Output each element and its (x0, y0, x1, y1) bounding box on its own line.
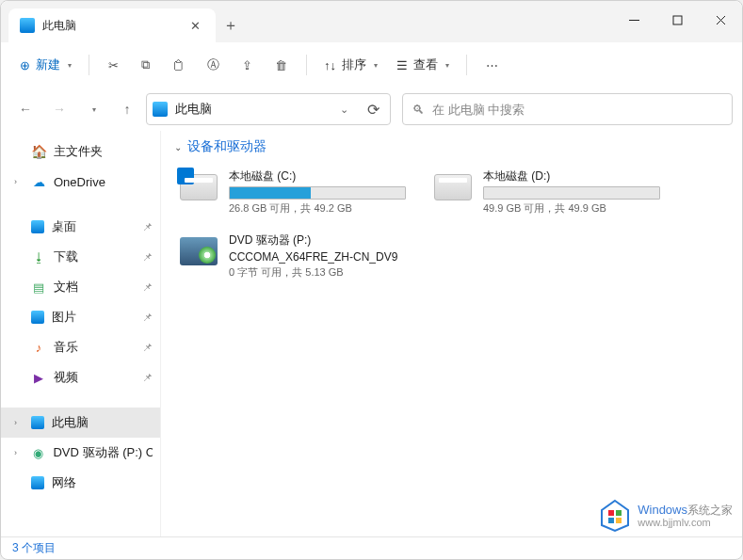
drive-info: DVD 驱动器 (P:) CCCOMA_X64FRE_ZH-CN_DV9 0 字… (229, 232, 406, 280)
drive-p-dvd[interactable]: DVD 驱动器 (P:) CCCOMA_X64FRE_ZH-CN_DV9 0 字… (174, 229, 410, 283)
svg-rect-6 (616, 510, 622, 516)
chevron-down-icon: ▾ (445, 61, 449, 70)
sort-button[interactable]: ↑↓ 排序 ▾ (316, 50, 385, 80)
expand-icon[interactable]: › (14, 448, 24, 457)
thispc-icon (153, 102, 168, 117)
drive-name: 本地磁盘 (D:) (483, 168, 660, 184)
back-button[interactable]: ← (10, 94, 40, 124)
dvd-icon: ◉ (31, 445, 46, 460)
sidebar-item-dvd[interactable]: › ◉ DVD 驱动器 (P:) C (1, 438, 160, 468)
group-devices-header[interactable]: ⌄ 设备和驱动器 (174, 138, 729, 155)
spacer (1, 197, 160, 212)
new-tab-button[interactable]: ＋ (216, 8, 246, 42)
drive-name: 本地磁盘 (C:) (229, 168, 406, 184)
up-button[interactable]: ↑ (112, 94, 142, 124)
expand-icon[interactable]: › (14, 177, 24, 186)
spacer (1, 392, 160, 408)
sidebar-item-music[interactable]: ♪ 音乐 📌︎ (1, 332, 160, 362)
divider (89, 55, 89, 75)
drive-d[interactable]: 本地磁盘 (D:) 49.9 GB 可用，共 49.9 GB (428, 165, 664, 219)
drive-stat: 0 字节 可用，共 5.13 GB (229, 265, 406, 280)
watermark: Windows系统之家 www.bjjmlv.com (598, 499, 733, 533)
recent-dropdown[interactable]: ▾ (78, 94, 108, 124)
videos-icon: ▶ (31, 370, 46, 385)
music-icon: ♪ (31, 340, 46, 355)
maximize-button[interactable] (655, 1, 699, 39)
drive-usage-bar (483, 186, 660, 200)
thispc-icon (31, 416, 44, 429)
rename-icon: Ⓐ (207, 56, 219, 73)
sidebar-item-label: 此电脑 (52, 414, 89, 431)
command-bar: ⊕ 新建 ▾ ✂ ⧉ 📋︎ Ⓐ ⇪ 🗑︎ ↑↓ 排序 ▾ ☰ 查看 ▾ ⋯ (1, 42, 742, 88)
refresh-button[interactable]: ⟳ (362, 98, 384, 120)
address-dropdown[interactable]: ⌄ (334, 104, 354, 116)
close-tab-button[interactable]: ✕ (186, 17, 204, 35)
status-item-count: 3 个项目 (12, 540, 56, 556)
sidebar-item-desktop[interactable]: 桌面 📌︎ (1, 212, 160, 242)
sidebar-item-thispc[interactable]: › 此电脑 (1, 408, 160, 438)
sidebar-item-downloads[interactable]: ⭳ 下载 📌︎ (1, 242, 160, 272)
sidebar-item-label: 图片 (52, 309, 76, 326)
navigation-pane: 🏠 主文件夹 › ☁ OneDrive 桌面 📌︎ ⭳ 下载 📌︎ (1, 131, 161, 536)
delete-icon: 🗑︎ (275, 58, 287, 72)
more-button[interactable]: ⋯ (476, 50, 508, 80)
more-icon: ⋯ (486, 58, 498, 72)
copy-icon: ⧉ (141, 57, 150, 72)
pictures-icon (31, 311, 44, 324)
sidebar-item-label: 桌面 (52, 218, 76, 235)
drive-info: 本地磁盘 (D:) 49.9 GB 可用，共 49.9 GB (483, 168, 660, 216)
watermark-text: Windows系统之家 www.bjjmlv.com (638, 504, 733, 528)
drive-usage-fill (230, 187, 311, 199)
svg-marker-4 (602, 501, 628, 531)
view-icon: ☰ (396, 58, 408, 72)
paste-button[interactable]: 📋︎ (163, 50, 194, 80)
cut-button[interactable]: ✂ (99, 50, 128, 80)
sidebar-item-home[interactable]: 🏠 主文件夹 (1, 136, 160, 167)
drive-info: 本地磁盘 (C:) 26.8 GB 可用，共 49.2 GB (229, 168, 406, 216)
forward-button[interactable]: → (44, 94, 74, 124)
explorer-window: 此电脑 ✕ ＋ ⊕ 新建 ▾ ✂ ⧉ 📋︎ Ⓐ ⇪ 🗑︎ ↑↓ 排序 ▾ ☰ (0, 0, 743, 560)
sidebar-item-network[interactable]: 网络 (1, 468, 160, 498)
watermark-line2: www.bjjmlv.com (638, 517, 733, 528)
view-button[interactable]: ☰ 查看 ▾ (389, 50, 457, 80)
search-icon: 🔍︎ (412, 103, 425, 117)
drive-c[interactable]: 本地磁盘 (C:) 26.8 GB 可用，共 49.2 GB (174, 165, 410, 219)
sidebar-item-videos[interactable]: ▶ 视频 📌︎ (1, 362, 160, 392)
content-pane: ⌄ 设备和驱动器 本地磁盘 (C:) 26.8 GB 可用，共 49.2 GB … (161, 131, 742, 536)
network-icon (31, 476, 44, 489)
expand-icon[interactable]: › (14, 418, 24, 427)
new-button[interactable]: ⊕ 新建 ▾ (12, 50, 79, 80)
chevron-down-icon: ▾ (68, 61, 72, 70)
paste-icon: 📋︎ (172, 58, 185, 72)
svg-rect-8 (616, 518, 622, 523)
drive-stat: 49.9 GB 可用，共 49.9 GB (483, 201, 660, 216)
window-controls (612, 1, 742, 39)
sidebar-item-onedrive[interactable]: › ☁ OneDrive (1, 167, 160, 197)
minimize-button[interactable] (612, 1, 655, 39)
view-label: 查看 (413, 56, 438, 73)
copy-button[interactable]: ⧉ (132, 50, 159, 80)
address-text: 此电脑 (175, 101, 327, 118)
pin-icon: 📌︎ (142, 281, 153, 293)
sidebar-item-pictures[interactable]: 图片 📌︎ (1, 302, 160, 332)
share-button[interactable]: ⇪ (233, 50, 262, 80)
drive-stat: 26.8 GB 可用，共 49.2 GB (229, 201, 406, 216)
group-label: 设备和驱动器 (187, 138, 267, 155)
search-input[interactable] (432, 103, 722, 117)
tab-thispc[interactable]: 此电脑 ✕ (8, 8, 216, 42)
sidebar-item-label: 下载 (54, 248, 78, 265)
drive-usage-bar (229, 186, 406, 200)
delete-button[interactable]: 🗑︎ (266, 50, 297, 80)
sidebar-item-documents[interactable]: ▤ 文档 📌︎ (1, 272, 160, 302)
rename-button[interactable]: Ⓐ (198, 50, 229, 80)
drive-volume-label: CCCOMA_X64FRE_ZH-CN_DV9 (229, 250, 406, 264)
svg-rect-5 (608, 510, 614, 516)
sidebar-item-label: 视频 (54, 369, 78, 386)
sort-label: 排序 (342, 56, 366, 73)
close-window-button[interactable] (699, 1, 742, 39)
search-box[interactable]: 🔍︎ (402, 93, 733, 125)
watermark-line1: Windows系统之家 (638, 504, 733, 517)
navigation-bar: ← → ▾ ↑ 此电脑 ⌄ ⟳ 🔍︎ (1, 88, 742, 131)
address-bar[interactable]: 此电脑 ⌄ ⟳ (146, 93, 391, 125)
chevron-down-icon: ▾ (374, 61, 378, 70)
